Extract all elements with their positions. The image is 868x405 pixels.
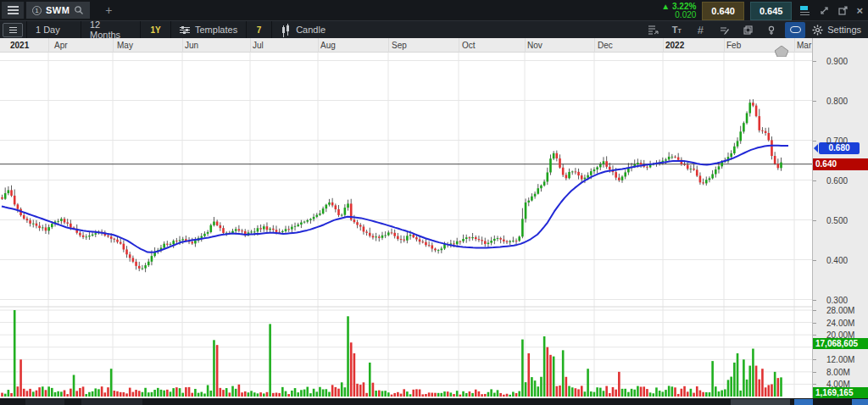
month-label: Dec [598, 41, 613, 50]
axis-tick-label: 24.00M [826, 319, 854, 328]
change-percent: 3.22% [672, 2, 696, 11]
axis-tick [813, 220, 816, 221]
time-axis[interactable]: 2021AprMayJunJulAugSepOctNovDec2022FebMa… [0, 38, 868, 53]
month-label: Nov [527, 41, 542, 50]
main-menu-button[interactable] [2, 2, 24, 19]
month-gridline-tick [794, 38, 795, 53]
change-absolute: 0.020 [661, 11, 696, 19]
bottom-button[interactable] [81, 399, 142, 405]
popout-icon[interactable] [837, 5, 849, 16]
month-gridline-tick [663, 38, 664, 53]
month-gridline-tick [48, 38, 49, 53]
text-tool-button[interactable]: TT [666, 22, 687, 38]
symbol-label: SWM [46, 5, 70, 15]
axis-tick-label: 12.00M [826, 355, 854, 364]
axis-tick-label: 0.700 [826, 136, 848, 146]
range-badge[interactable]: 1Y [140, 21, 170, 39]
axis-tick-label: 4.00M [826, 380, 850, 389]
bottom-button[interactable] [25, 399, 64, 405]
axis-tick-label: 0.400 [826, 256, 848, 265]
bottom-scroll-handle[interactable] [852, 399, 868, 405]
axis-tick-label: 8.00M [826, 368, 850, 377]
month-label: Oct [462, 41, 476, 50]
templates-button[interactable]: Templates [170, 21, 246, 39]
axis-tick [813, 384, 816, 385]
chart-toolbar: 1 Day 12 Months 1Y Templates 7 Candle TT… [0, 20, 868, 38]
axis-tick [813, 323, 816, 324]
maximize-icon[interactable] [819, 5, 830, 16]
month-label: 2022 [665, 41, 684, 50]
indicators-button[interactable] [643, 22, 663, 38]
template-count-badge[interactable]: 7 [246, 21, 271, 39]
pointer-tool-icon [790, 26, 801, 33]
month-label: Mar [797, 41, 811, 50]
axis-tick-label: 20.00M [826, 330, 854, 340]
legend-icon[interactable] [800, 5, 811, 16]
bid-price[interactable]: 0.640 [702, 2, 744, 20]
candle-icon [281, 25, 291, 36]
volume-indicator-badge: 17,068,605 [813, 338, 868, 349]
interval-button[interactable]: 1 Day [26, 21, 81, 39]
chart-type-button[interactable]: Candle [271, 21, 334, 39]
candlestick-chart[interactable] [0, 53, 812, 398]
grid-tool-button[interactable]: # [690, 22, 710, 38]
ask-price[interactable]: 0.645 [750, 2, 793, 20]
month-label: Aug [320, 41, 336, 50]
month-gridline-tick [113, 38, 114, 53]
month-gridline-tick [388, 38, 389, 53]
last-price-badge: 0.640 [813, 158, 868, 170]
month-gridline-tick [724, 38, 725, 53]
month-gridline-tick [250, 38, 251, 53]
bottom-scrollbar[interactable] [731, 399, 790, 405]
axis-tick [813, 335, 816, 336]
bottom-panel-clipped [0, 398, 868, 405]
month-label: Jun [185, 41, 198, 50]
month-gridline-tick [182, 38, 183, 53]
axis-tick [813, 180, 816, 181]
axis-tick-label: 0.800 [826, 97, 848, 106]
settings-button[interactable]: Settings [812, 25, 861, 36]
month-label: Apr [54, 41, 68, 50]
axis-tick-label: 28.00M [826, 306, 854, 315]
month-gridline-tick [459, 38, 459, 53]
close-icon[interactable]: × [856, 5, 863, 16]
axis-tick-label: 0.500 [826, 216, 848, 225]
axis-tick [813, 359, 816, 360]
month-label: Feb [726, 41, 741, 50]
price-axis[interactable]: 0.680 0.640 17,068,605 1,169,165 0.9000.… [812, 38, 868, 398]
change-up-icon: ▲ [661, 2, 672, 11]
month-label: Sep [392, 41, 407, 50]
draw-tool-button[interactable] [714, 22, 734, 38]
axis-tick [813, 310, 816, 311]
month-label: May [117, 41, 133, 50]
month-label: Jul [253, 41, 264, 50]
pin-tool-button[interactable] [761, 22, 782, 38]
axis-tick [813, 260, 816, 261]
axis-tick [813, 141, 816, 141]
axis-tick [813, 101, 816, 102]
month-gridline-tick [594, 38, 595, 53]
price-change-block: ▲ 3.22% 0.020 [661, 2, 696, 19]
symbol-tab[interactable]: 1 SWM [26, 2, 90, 19]
bottom-scroll-handle[interactable] [794, 399, 813, 405]
month-gridline-tick [318, 38, 319, 53]
templates-icon [180, 27, 190, 33]
trading-app-window: 1 SWM + ▲ 3.22% 0.020 0.640 0.645 × [0, 0, 868, 405]
tab-number-icon: 1 [32, 6, 42, 15]
axis-tick-label: 0.300 [826, 296, 848, 305]
new-tab-button[interactable]: + [100, 3, 117, 17]
axis-tick [813, 61, 816, 62]
search-icon[interactable] [74, 5, 84, 15]
pointer-tool-button-active[interactable] [785, 22, 805, 38]
axis-tick-label: 0.900 [826, 57, 848, 66]
range-button[interactable]: 12 Months [81, 21, 140, 39]
title-bar: 1 SWM + ▲ 3.22% 0.020 0.640 0.645 × [0, 0, 868, 20]
scroll-latest-marker[interactable] [775, 46, 788, 57]
layers-button[interactable] [737, 22, 758, 38]
gear-icon [812, 25, 823, 36]
axis-tick [813, 300, 816, 301]
chart-list-button[interactable] [3, 23, 23, 37]
axis-tick-label: 0.600 [826, 176, 848, 186]
month-label: 2021 [10, 41, 29, 50]
axis-tick [813, 372, 816, 373]
